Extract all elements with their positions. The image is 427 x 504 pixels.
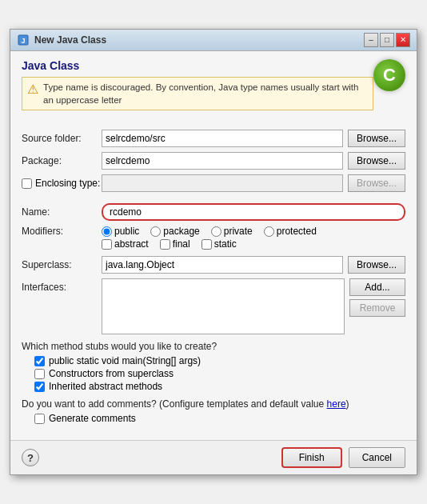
- interfaces-area: Interfaces: Add... Remove: [22, 278, 405, 334]
- stub-main-label: public static void main(String[] args): [49, 355, 201, 366]
- modifiers-label: Modifiers:: [22, 226, 102, 237]
- modifier-static-checkbox[interactable]: [202, 239, 212, 250]
- enclosing-type-label: Enclosing type:: [35, 178, 100, 189]
- window-controls: – □ ✕: [364, 33, 410, 47]
- remove-interface-button[interactable]: Remove: [349, 299, 405, 317]
- svg-text:J: J: [21, 37, 25, 45]
- source-folder-browse-button[interactable]: Browse...: [348, 130, 405, 147]
- modifier-public-radio[interactable]: [102, 226, 112, 237]
- stub-inherited-label: Inherited abstract methods: [49, 381, 162, 392]
- stubs-title: Which method stubs would you like to cre…: [22, 341, 405, 352]
- window-icon: J: [17, 34, 30, 46]
- superclass-label: Superclass:: [22, 259, 102, 270]
- modifier-public-item[interactable]: public: [102, 226, 139, 237]
- name-row: Name:: [22, 203, 405, 221]
- warning-box: ⚠ Type name is discouraged. By conventio…: [22, 77, 373, 110]
- modifier-final-item[interactable]: final: [160, 238, 190, 250]
- name-input[interactable]: [102, 203, 405, 221]
- comments-section: Do you want to add comments? (Configure …: [22, 398, 405, 424]
- warning-text: Type name is discouraged. By convention,…: [43, 81, 368, 106]
- dialog-window: J New Java Class – □ ✕ Java Class ⚠ Type…: [10, 29, 417, 475]
- stub-main-checkbox[interactable]: [34, 356, 45, 366]
- superclass-input[interactable]: [102, 256, 343, 274]
- package-browse-button[interactable]: Browse...: [348, 152, 405, 170]
- modifier-package-item[interactable]: package: [150, 226, 199, 237]
- modifier-abstract-label: abstract: [114, 238, 149, 250]
- window-title: New Java Class: [34, 34, 106, 46]
- source-folder-input[interactable]: [102, 130, 343, 147]
- cancel-button[interactable]: Cancel: [349, 447, 405, 468]
- enclosing-type-label-area: Enclosing type:: [22, 178, 102, 189]
- name-label: Name:: [22, 206, 102, 218]
- generate-comments-item[interactable]: Generate comments: [34, 413, 405, 424]
- stubs-list: public static void main(String[] args) C…: [34, 355, 405, 392]
- modifier-abstract-checkbox[interactable]: [102, 239, 112, 250]
- modifier-abstract-item[interactable]: abstract: [102, 238, 149, 250]
- stub-main-item[interactable]: public static void main(String[] args): [34, 355, 405, 366]
- superclass-browse-button[interactable]: Browse...: [348, 256, 405, 274]
- stub-inherited-item[interactable]: Inherited abstract methods: [34, 381, 405, 392]
- eclipse-logo: C: [373, 59, 405, 91]
- modifier-protected-item[interactable]: protected: [264, 226, 317, 237]
- comments-title: Do you want to add comments? (Configure …: [22, 398, 405, 410]
- help-button[interactable]: ?: [22, 449, 39, 466]
- source-folder-row: Source folder: Browse...: [22, 130, 405, 147]
- stub-constructors-label: Constructors from superclass: [49, 368, 174, 379]
- modifier-package-label: package: [163, 226, 199, 237]
- maximize-button[interactable]: □: [380, 33, 394, 47]
- title-bar: J New Java Class – □ ✕: [10, 30, 417, 51]
- close-button[interactable]: ✕: [396, 33, 410, 47]
- modifier-protected-label: protected: [277, 226, 317, 237]
- interfaces-label: Interfaces:: [22, 282, 102, 293]
- dialog-body: Java Class ⚠ Type name is discouraged. B…: [10, 51, 417, 440]
- package-input[interactable]: [102, 152, 343, 170]
- finish-button[interactable]: Finish: [281, 447, 342, 468]
- package-label: Package:: [22, 155, 102, 166]
- interfaces-buttons: Add... Remove: [349, 278, 405, 317]
- modifier-final-label: final: [173, 238, 190, 250]
- warning-icon: ⚠: [27, 82, 38, 97]
- enclosing-type-row: Enclosing type: Browse...: [22, 174, 405, 192]
- enclosing-type-input[interactable]: [102, 174, 343, 192]
- stub-constructors-item[interactable]: Constructors from superclass: [34, 368, 405, 379]
- stubs-section: Which method stubs would you like to cre…: [22, 341, 405, 392]
- generate-comments-checkbox[interactable]: [34, 414, 45, 424]
- modifier-static-item[interactable]: static: [202, 238, 237, 250]
- comments-config-link[interactable]: here: [327, 398, 346, 410]
- interfaces-listbox[interactable]: [102, 278, 345, 334]
- modifier-final-checkbox[interactable]: [160, 239, 170, 250]
- add-interface-button[interactable]: Add...: [349, 278, 405, 296]
- modifiers-radio-group: public package private protected: [102, 226, 317, 237]
- modifier-private-radio[interactable]: [211, 226, 221, 237]
- modifier-protected-radio[interactable]: [264, 226, 274, 237]
- modifiers-checkbox-group: abstract final static: [102, 238, 405, 250]
- modifier-private-item[interactable]: private: [211, 226, 253, 237]
- modifier-static-label: static: [214, 238, 237, 250]
- footer-buttons: Finish Cancel: [281, 447, 405, 468]
- minimize-button[interactable]: –: [364, 33, 378, 47]
- modifier-package-radio[interactable]: [150, 226, 161, 237]
- superclass-row: Superclass: Browse...: [22, 256, 405, 274]
- dialog-footer: ? Finish Cancel: [10, 440, 417, 474]
- stub-constructors-checkbox[interactable]: [34, 369, 45, 379]
- stub-inherited-checkbox[interactable]: [34, 382, 45, 392]
- package-row: Package: Browse...: [22, 152, 405, 170]
- enclosing-type-checkbox[interactable]: [22, 178, 32, 189]
- modifier-public-label: public: [114, 226, 139, 237]
- modifier-private-label: private: [224, 226, 253, 237]
- generate-comments-label: Generate comments: [49, 413, 136, 424]
- section-title: Java Class: [22, 59, 373, 72]
- comments-title-prefix: Do you want to add comments? (Configure …: [22, 398, 327, 410]
- modifiers-row: Modifiers: public package private protec…: [22, 226, 405, 237]
- comments-title-suffix: ): [346, 398, 349, 410]
- source-folder-label: Source folder:: [22, 133, 102, 144]
- enclosing-type-browse-button[interactable]: Browse...: [348, 174, 405, 192]
